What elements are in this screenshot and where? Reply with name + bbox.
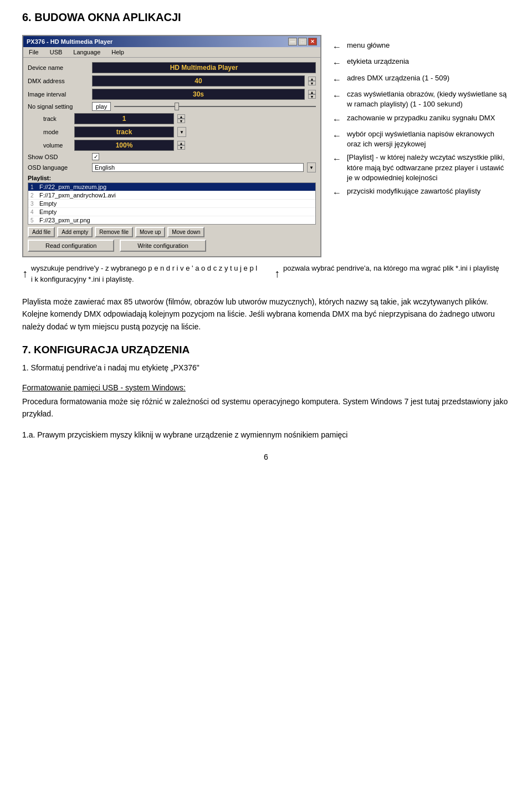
playlist-num-1: 1 <box>30 184 39 190</box>
app-window: PX376 - HD Multimedia Player — □ ✕ File … <box>22 35 321 257</box>
show-osd-label: Show OSD <box>28 154 89 160</box>
device-name-value: HD Multimedia Player <box>92 62 316 73</box>
arrow-icon-5: ← <box>332 114 344 126</box>
annotation-menu-glowne: ← menu główne <box>332 40 510 53</box>
mode-dropdown[interactable]: ▼ <box>177 127 186 137</box>
playlist-item-1[interactable]: 1 F://22_pxm_muzeum.jpg <box>28 183 315 191</box>
playlist-num-3: 3 <box>30 201 39 207</box>
track-value: 1 <box>74 113 174 124</box>
dmx-increment[interactable]: ▲ <box>308 77 316 81</box>
annotation-dmx: ← adres DMX urządzenia (1 - 509) <box>332 73 510 86</box>
arrow-up-icon-right: ↑ <box>274 265 280 282</box>
caption-area: ↑ wyszukuje pendrive'y - z wybranego p e… <box>22 263 510 284</box>
slider-thumb[interactable] <box>175 103 179 110</box>
maximize-button[interactable]: □ <box>298 38 307 45</box>
annotation-text-6: wybór opcji wyświetlania napisów ekranow… <box>347 129 510 149</box>
annotation-etykieta: ← etykieta urządzenia <box>332 57 510 69</box>
mode-row: mode track ▼ <box>43 126 316 138</box>
device-name-label: Device name <box>28 64 89 71</box>
annotation-playlist: ← [Playlist] - w której należy wczytać w… <box>332 152 510 183</box>
write-configuration-button[interactable]: Write configuration <box>120 240 206 252</box>
playlist-item-4[interactable]: 4 Empty <box>28 208 315 216</box>
move-down-button[interactable]: Move down <box>167 227 204 237</box>
add-file-button[interactable]: Add file <box>28 227 55 237</box>
arrow-icon-1: ← <box>332 41 344 53</box>
annotation-text-5: zachowanie w przypadku zaniku sygnału DM… <box>347 113 495 123</box>
section7-title: 7. KONFIGURACJA URZĄDZENIA <box>22 344 510 356</box>
add-empty-button[interactable]: Add empty <box>57 227 93 237</box>
interval-spinbuttons: ▲ ▼ <box>308 90 316 99</box>
interval-increment[interactable]: ▲ <box>308 90 316 94</box>
osd-language-dropdown[interactable]: ▼ <box>307 162 316 172</box>
menu-file[interactable]: File <box>27 48 41 56</box>
no-signal-row: No signal setting play <box>28 102 316 111</box>
section7-step1: 1. Sformatuj pendrive'a i nadaj mu etyki… <box>22 363 200 372</box>
track-increment[interactable]: ▲ <box>177 114 185 119</box>
volume-label: volume <box>43 142 71 149</box>
device-name-row: Device name HD Multimedia Player <box>28 62 316 73</box>
playlist-item-2[interactable]: 2 F://17_pxm_andrychow1.avi <box>28 191 315 200</box>
playlist-file-4: Empty <box>39 209 57 215</box>
caption-right: ↑ pozwala wybrać pendrive'a, na którego … <box>274 263 510 284</box>
close-button[interactable]: ✕ <box>308 38 317 45</box>
arrow-icon-6: ← <box>332 130 344 142</box>
read-configuration-button[interactable]: Read configuration <box>28 240 114 252</box>
section7-item-1: 1. Sformatuj pendrive'a i nadaj mu etyki… <box>22 362 510 374</box>
playlist-label: Playlist: <box>28 175 316 181</box>
track-spinbuttons: ▲ ▼ <box>177 114 185 123</box>
menu-usb[interactable]: USB <box>48 48 65 56</box>
annotation-wybor: ← wybór opcji wyświetlania napisów ekran… <box>332 129 510 149</box>
annotation-text-3: adres DMX urządzenia (1 - 509) <box>347 73 449 83</box>
annotations: ← menu główne ← etykieta urządzenia ← ad… <box>332 35 510 257</box>
playlist-item-3[interactable]: 3 Empty <box>28 200 315 208</box>
minimize-button[interactable]: — <box>288 38 297 45</box>
no-signal-slider <box>114 106 316 107</box>
playlist-container: 1 F://22_pxm_muzeum.jpg 2 F://17_pxm_and… <box>28 182 316 225</box>
volume-decrement[interactable]: ▼ <box>177 145 185 150</box>
volume-row: volume 100% ▲ ▼ <box>43 140 316 151</box>
remove-file-button[interactable]: Remove file <box>95 227 133 237</box>
playlist-item-5[interactable]: 5 F://23_pxm_ur.png <box>28 216 315 224</box>
image-interval-value: 30s <box>92 89 305 100</box>
image-interval-row: Image interval 30s ▲ ▼ <box>28 89 316 100</box>
menu-language[interactable]: Language <box>71 48 103 56</box>
track-row: track 1 ▲ ▼ <box>43 113 316 124</box>
slider-track[interactable] <box>114 106 316 107</box>
arrow-icon-3: ← <box>332 74 344 86</box>
playlist-file-3: Empty <box>39 200 57 207</box>
page-number: 6 <box>22 453 510 461</box>
move-up-button[interactable]: Move up <box>135 227 165 237</box>
mode-label: mode <box>43 129 71 135</box>
mode-value: track <box>74 126 174 138</box>
annotation-text-7: [Playlist] - w której należy wczytać wsz… <box>347 152 510 183</box>
section7-subsection: Formatowanie pamięci USB - system Window… <box>22 383 510 392</box>
annotation-przyciski: ← przyciski modyfikujące zawartość playl… <box>332 186 510 199</box>
menu-help[interactable]: Help <box>109 48 126 56</box>
interval-decrement[interactable]: ▼ <box>308 94 316 99</box>
annotation-zachowanie: ← zachowanie w przypadku zaniku sygnału … <box>332 113 510 126</box>
app-titlebar: PX376 - HD Multimedia Player — □ ✕ <box>23 36 320 47</box>
osd-language-value: English <box>92 163 304 172</box>
image-interval-label: Image interval <box>28 91 89 98</box>
heading-text: 6. BUDOWA OKNA APLIKACJI <box>22 11 181 23</box>
annotation-text-2: etykieta urządzenia <box>347 57 409 67</box>
show-osd-checkbox[interactable]: ✓ <box>92 153 99 160</box>
app-title: PX376 - HD Multimedia Player <box>27 38 112 45</box>
caption-right-text: pozwala wybrać pendrive'a, na którego ma… <box>283 263 499 274</box>
osd-language-row: OSD language English ▼ <box>28 162 316 172</box>
volume-value: 100% <box>74 140 174 151</box>
no-signal-label: No signal setting <box>28 103 89 110</box>
playlist-num-2: 2 <box>30 192 39 199</box>
arrow-icon-8: ← <box>332 187 344 199</box>
diagram-area: PX376 - HD Multimedia Player — □ ✕ File … <box>22 35 510 257</box>
track-decrement[interactable]: ▼ <box>177 119 185 123</box>
annotation-text-8: przyciski modyfikujące zawartość playlis… <box>347 186 480 196</box>
dmx-value: 40 <box>92 75 305 87</box>
dmx-decrement[interactable]: ▼ <box>308 81 316 85</box>
volume-increment[interactable]: ▲ <box>177 141 185 145</box>
dmx-spinbuttons: ▲ ▼ <box>308 77 316 85</box>
arrow-icon-7: ← <box>332 153 344 165</box>
arrow-up-icon-left: ↑ <box>22 265 28 282</box>
playlist-file-1: F://22_pxm_muzeum.jpg <box>39 184 106 190</box>
volume-spinbuttons: ▲ ▼ <box>177 141 185 150</box>
